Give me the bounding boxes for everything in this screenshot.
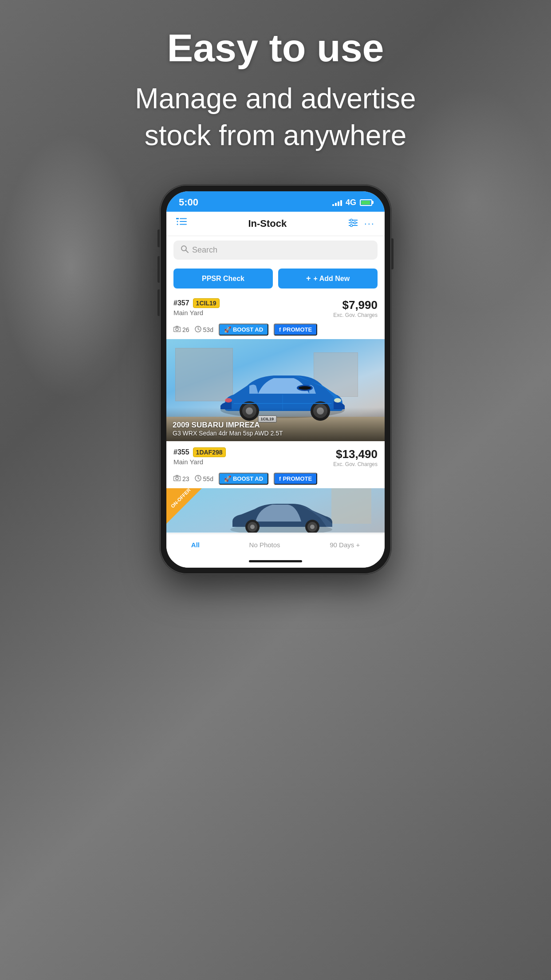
car-meta-1: 26 53d 🚀 BOO xyxy=(166,322,385,339)
svg-point-34 xyxy=(176,477,178,480)
days-count-2: 55d xyxy=(195,475,213,483)
car-ref-row-1: #357 1CIL19 xyxy=(173,298,220,308)
boost-ad-button-1[interactable]: 🚀 BOOST AD xyxy=(219,324,268,336)
plate-badge-2: 1DAF298 xyxy=(193,447,226,457)
volume-down-button xyxy=(157,289,160,316)
svg-point-12 xyxy=(354,221,356,224)
ppsr-check-button[interactable]: PPSR Check xyxy=(173,269,273,288)
home-indicator xyxy=(166,557,385,568)
action-buttons: PPSR Check + + Add New xyxy=(166,264,385,293)
svg-line-37 xyxy=(198,478,199,479)
car-ref-1: #357 xyxy=(173,299,189,307)
filter-icon[interactable] xyxy=(348,218,358,229)
car-name-1: 2009 SUBARU IMPREZA xyxy=(173,421,378,430)
price-amount-2: $13,490 xyxy=(333,447,378,461)
add-icon: + xyxy=(306,274,311,283)
svg-point-24 xyxy=(225,398,232,403)
tab-no-photos[interactable]: No Photos xyxy=(244,539,286,550)
promote-button-2[interactable]: f PROMOTE xyxy=(274,473,317,485)
camera-icon-1 xyxy=(173,326,181,333)
price-amount-1: $7,990 xyxy=(333,298,378,312)
svg-line-15 xyxy=(186,250,189,253)
search-placeholder: Search xyxy=(192,245,217,255)
header-actions: ··· xyxy=(348,218,375,229)
app-header: In-Stock ··· xyxy=(166,212,385,236)
svg-point-23 xyxy=(334,398,341,403)
status-bar: 5:00 4G xyxy=(166,191,385,212)
car-ref-row-2: #355 1DAF298 xyxy=(173,447,226,457)
svg-point-41 xyxy=(310,525,315,529)
car-location-2: Main Yard xyxy=(173,458,226,466)
promote-button-1[interactable]: f PROMOTE xyxy=(274,324,317,336)
svg-point-2 xyxy=(177,218,178,219)
svg-rect-7 xyxy=(180,224,187,225)
car-location-1: Main Yard xyxy=(173,309,220,316)
status-time: 5:00 xyxy=(179,197,198,208)
camera-icon-2 xyxy=(173,475,181,482)
boost-ad-button-2[interactable]: 🚀 BOOST AD xyxy=(219,473,268,485)
fb-icon-1: f xyxy=(279,326,281,333)
status-icons: 4G xyxy=(332,198,372,207)
car-card-header-1: #357 1CIL19 Main Yard $7,990 Exc. Gov. C… xyxy=(166,293,385,322)
page-title: Easy to use xyxy=(0,27,551,70)
phone-container: 5:00 4G xyxy=(0,185,551,574)
car-meta-2: 23 55d 🚀 BOO xyxy=(166,471,385,488)
car-price-2: $13,490 Exc. Gov. Charges xyxy=(333,447,378,467)
add-new-label: + Add New xyxy=(313,275,350,283)
price-note-2: Exc. Gov. Charges xyxy=(333,461,378,467)
rocket-icon-2: 🚀 xyxy=(224,475,231,482)
photos-count-1: 26 xyxy=(173,326,189,333)
silent-button xyxy=(157,229,160,247)
svg-point-44 xyxy=(250,525,255,529)
network-label: 4G xyxy=(346,198,356,207)
svg-point-13 xyxy=(350,224,352,226)
menu-icon[interactable] xyxy=(176,218,187,229)
clock-icon-2 xyxy=(195,475,201,483)
more-icon[interactable]: ··· xyxy=(364,218,375,229)
car-ref-2: #355 xyxy=(173,448,189,456)
photos-count-2: 23 xyxy=(173,475,189,482)
phone-frame: 5:00 4G xyxy=(160,185,391,574)
car-image-2: ON-OFFER xyxy=(166,488,385,533)
svg-point-17 xyxy=(176,328,178,331)
search-icon xyxy=(181,245,189,255)
svg-line-20 xyxy=(198,329,199,330)
svg-rect-5 xyxy=(180,218,187,219)
rocket-icon-1: 🚀 xyxy=(224,326,231,333)
price-note-1: Exc. Gov. Charges xyxy=(333,312,378,318)
svg-point-3 xyxy=(177,221,178,222)
svg-rect-6 xyxy=(180,221,187,222)
car-image-1: 1CIL19 2009 SUBARU IMPREZA G3 WRX Sedan … xyxy=(166,339,385,441)
clock-icon-1 xyxy=(195,326,201,334)
signal-icon xyxy=(332,199,342,206)
page-header: Easy to use Manage and advertise stock f… xyxy=(0,0,551,167)
volume-up-button xyxy=(157,256,160,283)
car-info-left-2: #355 1DAF298 Main Yard xyxy=(173,447,226,466)
home-bar xyxy=(249,560,302,562)
page-subtitle: Manage and advertise stock from anywhere xyxy=(0,80,551,154)
fb-icon-2: f xyxy=(279,475,281,482)
car-spec-1: G3 WRX Sedan 4dr Man 5sp AWD 2.5T xyxy=(173,430,378,437)
car-card-2: #355 1DAF298 Main Yard $13,490 Exc. Gov.… xyxy=(166,442,385,533)
car-card-header-2: #355 1DAF298 Main Yard $13,490 Exc. Gov.… xyxy=(166,442,385,471)
battery-icon xyxy=(360,199,372,206)
power-button xyxy=(391,238,394,269)
search-container: Search xyxy=(166,236,385,264)
tab-all[interactable]: All xyxy=(186,539,205,550)
tab-90-days[interactable]: 90 Days + xyxy=(324,539,365,550)
app-title: In-Stock xyxy=(248,218,287,229)
car-svg-2 xyxy=(224,495,339,533)
svg-point-32 xyxy=(299,386,311,390)
tab-bar: All No Photos 90 Days + xyxy=(166,533,385,557)
car-price-1: $7,990 Exc. Gov. Charges xyxy=(333,298,378,318)
car-card-1: #357 1CIL19 Main Yard $7,990 Exc. Gov. C… xyxy=(166,293,385,441)
svg-point-4 xyxy=(177,224,178,225)
plate-badge-1: 1CIL19 xyxy=(193,298,220,308)
car-info-left-1: #357 1CIL19 Main Yard xyxy=(173,298,220,316)
car-caption-1: 2009 SUBARU IMPREZA G3 WRX Sedan 4dr Man… xyxy=(166,407,385,441)
phone-screen: 5:00 4G xyxy=(166,191,385,568)
add-new-button[interactable]: + + Add New xyxy=(278,269,378,288)
search-bar[interactable]: Search xyxy=(173,241,378,260)
subtitle-line1: Manage and advertise xyxy=(135,83,416,115)
svg-point-11 xyxy=(350,219,352,221)
